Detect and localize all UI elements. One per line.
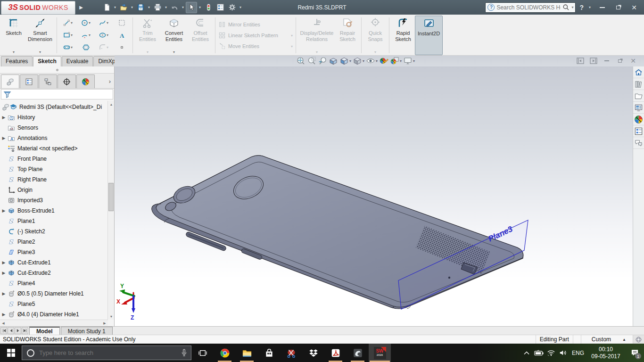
tab-evaluate[interactable]: Evaluate xyxy=(62,56,93,66)
convert-entities-button[interactable]: Convert Entities▾ xyxy=(160,16,188,55)
graphics-viewport[interactable]: Plane3 Y X Z xyxy=(115,66,633,326)
solidworks-forum-button[interactable] xyxy=(633,137,644,149)
search-dropdown-icon[interactable]: ▾ xyxy=(571,5,573,9)
undo-dropdown-icon[interactable]: ▾ xyxy=(181,5,185,9)
taskbar-acrobat-icon[interactable] xyxy=(324,344,347,362)
ellipse-tool[interactable]: ▾ xyxy=(95,32,113,39)
zoom-to-area-button[interactable] xyxy=(307,56,316,66)
tab-dimxpertmanager[interactable] xyxy=(58,74,76,88)
apply-scene-button[interactable]: ▾ xyxy=(390,56,402,66)
instant2d-button[interactable]: Instant2D xyxy=(415,16,443,55)
previous-tab-button[interactable] xyxy=(8,327,14,334)
tree-item-front-plane[interactable]: Front Plane xyxy=(0,154,107,164)
display-style-button[interactable]: ▾ xyxy=(353,56,364,66)
action-center-button[interactable]: 1 xyxy=(625,344,644,362)
solidworks-logo[interactable]: 3SSOLIDWORKS xyxy=(1,1,75,15)
taskbar-file-explorer-icon[interactable] xyxy=(236,344,258,362)
undo-button[interactable] xyxy=(169,2,180,13)
help-menu-button[interactable]: ? xyxy=(579,4,584,11)
view-orientation-dropdown-icon[interactable]: ▾ xyxy=(349,59,351,63)
zoom-to-fit-button[interactable] xyxy=(296,56,305,66)
collapse-pane-right-button[interactable] xyxy=(589,57,598,65)
sketch-fillet-tool[interactable]: ▾ xyxy=(95,44,113,51)
tree-root-item[interactable]: Redmi 3S (Default<<Default>_Di xyxy=(0,102,107,112)
tab-motion-study-1[interactable]: Motion Study 1 xyxy=(61,327,113,335)
tab-propertymanager[interactable] xyxy=(20,74,38,88)
next-tab-button[interactable] xyxy=(15,327,21,334)
taskbar-chrome-icon[interactable] xyxy=(214,344,236,362)
quick-snaps-button[interactable]: Quick Snaps▾ xyxy=(363,16,387,55)
tray-clock[interactable]: 00:10 09-05-2017 xyxy=(586,346,625,360)
help-search-input[interactable] xyxy=(496,4,561,11)
polygon-tool[interactable] xyxy=(77,44,95,51)
menu-expand-arrow-icon[interactable]: ▶ xyxy=(77,2,85,13)
save-dropdown-icon[interactable]: ▾ xyxy=(147,5,151,9)
panel-splitter-handle[interactable] xyxy=(0,66,114,74)
tab-model[interactable]: Model xyxy=(29,327,60,335)
open-dropdown-icon[interactable]: ▾ xyxy=(130,5,134,9)
circle-tool[interactable]: ▾ xyxy=(77,19,95,26)
appearances-scenes-button[interactable] xyxy=(633,114,644,125)
tree-item-cut-extrude2[interactable]: ▶Cut-Extrude2 xyxy=(0,268,107,278)
save-button[interactable] xyxy=(135,2,146,13)
tree-item-top-plane[interactable]: Top Plane xyxy=(0,164,107,174)
custom-properties-button[interactable] xyxy=(633,125,644,137)
tangent-edges-status-icon[interactable] xyxy=(633,335,644,344)
expander-icon[interactable]: ▶ xyxy=(0,208,8,213)
tray-language-indicator[interactable]: ENG xyxy=(570,350,586,356)
tab-sketch[interactable]: Sketch xyxy=(33,56,61,66)
document-minimize-button[interactable] xyxy=(603,57,611,65)
view-settings-dropdown-icon[interactable]: ▾ xyxy=(413,59,415,63)
view-orientation-button[interactable]: ▾ xyxy=(339,56,351,66)
hide-show-dropdown-icon[interactable]: ▾ xyxy=(376,59,378,63)
window-minimize-button[interactable] xyxy=(596,3,608,12)
tray-battery-icon[interactable] xyxy=(533,344,545,362)
tree-item-cut-extrude1[interactable]: ▶Cut-Extrude1 xyxy=(0,257,107,268)
microphone-icon[interactable] xyxy=(181,349,187,357)
tab-featuremanager[interactable] xyxy=(1,74,19,88)
unit-system-selector[interactable]: Custom ▲ xyxy=(585,336,633,343)
new-document-button[interactable] xyxy=(101,2,112,13)
document-restore-button[interactable] xyxy=(616,57,624,65)
previous-view-button[interactable] xyxy=(318,56,327,66)
spline-tool[interactable]: ▾ xyxy=(95,19,113,26)
tree-item-plane3[interactable]: Plane3 xyxy=(0,247,107,257)
options-traffic-light-icon[interactable] xyxy=(203,2,214,13)
tree-item-boss-extrude1[interactable]: ▶Boss-Extrude1 xyxy=(0,206,107,216)
rectangle-tool[interactable]: ▾ xyxy=(59,32,77,39)
expander-icon[interactable]: ▶ xyxy=(0,291,8,296)
trim-entities-button[interactable]: Trim Entities▾ xyxy=(135,16,160,55)
tree-item-plane1[interactable]: Plane1 xyxy=(0,216,107,226)
scroll-down-icon[interactable]: ▼ xyxy=(108,313,115,320)
mirror-entities-button[interactable]: Mirror Entities xyxy=(218,21,293,28)
home-tab-button[interactable] xyxy=(633,66,644,78)
first-tab-button[interactable] xyxy=(0,327,7,334)
smart-dimension-button[interactable]: Smart Dimension▾ xyxy=(25,16,55,55)
tree-vertical-scrollbar[interactable]: ▲ ▼ xyxy=(107,101,114,320)
view-palette-button[interactable] xyxy=(633,102,644,114)
tree-item-sensors[interactable]: Sensors xyxy=(0,123,107,133)
window-restore-button[interactable] xyxy=(612,3,624,12)
taskbar-search-input[interactable] xyxy=(39,349,177,356)
tree-horizontal-scrollbar[interactable]: ◀ ▶ xyxy=(0,320,108,326)
scrollbar-thumb[interactable] xyxy=(108,183,114,211)
taskbar-search-box[interactable] xyxy=(22,346,191,360)
line-tool[interactable]: ▾ xyxy=(59,19,77,26)
apply-scene-dropdown-icon[interactable]: ▾ xyxy=(400,59,402,63)
tab-features[interactable]: Features xyxy=(1,56,33,66)
view-settings-button[interactable]: ▾ xyxy=(403,56,415,66)
select-tool-button[interactable] xyxy=(186,2,197,13)
section-view-button[interactable] xyxy=(329,56,338,66)
tab-displaymanager[interactable] xyxy=(76,74,95,88)
design-library-button[interactable] xyxy=(633,78,644,90)
taskbar-solidworks-icon[interactable]: SW 2016 xyxy=(369,344,391,362)
new-dropdown-icon[interactable]: ▾ xyxy=(113,5,117,9)
help-dropdown-icon[interactable]: ▾ xyxy=(587,5,592,9)
print-button[interactable] xyxy=(152,2,163,13)
tray-chevron-icon[interactable] xyxy=(520,344,533,362)
tree-item-history[interactable]: ▶History xyxy=(0,112,107,123)
taskbar-dropbox-icon[interactable] xyxy=(302,344,324,362)
tree-item-hole1-large[interactable]: ▶Ø4.0 (4) Diameter Hole1 xyxy=(0,309,107,320)
last-tab-button[interactable] xyxy=(22,327,28,334)
tree-item-origin[interactable]: Origin xyxy=(0,185,107,195)
